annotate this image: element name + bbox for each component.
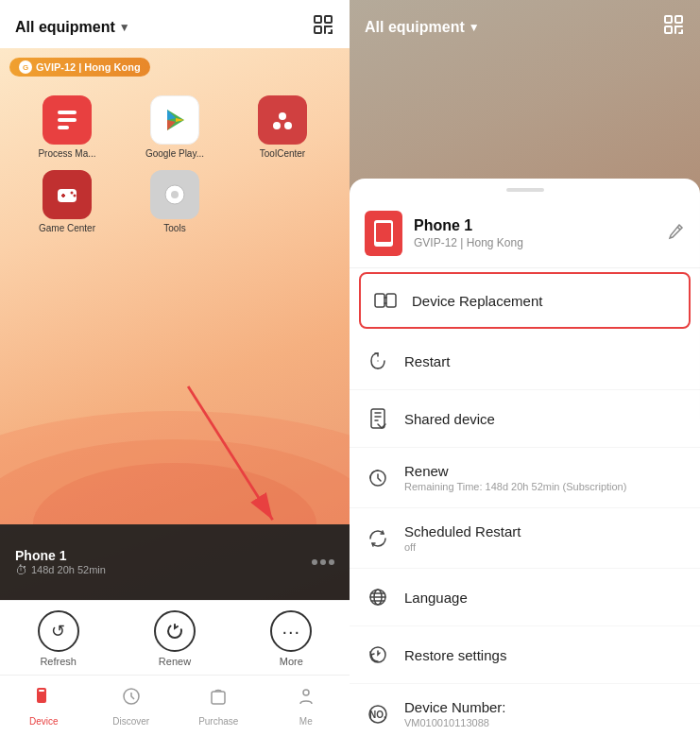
tools-icon	[150, 170, 199, 219]
right-panel: All equipment ▼	[350, 0, 700, 736]
right-scan-icon[interactable]	[662, 13, 685, 41]
refresh-icon: ↺	[38, 610, 79, 652]
app-label: Tools	[163, 223, 185, 233]
menu-item-scheduled-restart[interactable]: Scheduled Restart off	[350, 508, 700, 569]
device-number-sub: VM010010113088	[404, 717, 685, 728]
phone-time: ⏱ 148d 20h 52min	[15, 563, 106, 577]
discover-nav-icon	[120, 685, 143, 713]
menu-item-restart[interactable]: Restart	[350, 333, 700, 390]
nav-device[interactable]: Device	[0, 685, 88, 727]
svg-point-16	[284, 122, 292, 129]
app-item[interactable]: Process Ma...	[19, 95, 115, 159]
right-header-title[interactable]: All equipment ▼	[365, 19, 480, 36]
action-bar: ↺ Refresh Renew ··· More	[0, 600, 350, 675]
menu-item-renew[interactable]: Renew Remaining Time: 148d 20h 52min (Su…	[350, 448, 700, 508]
svg-rect-37	[665, 26, 672, 33]
svg-rect-36	[675, 16, 682, 23]
me-nav-label: Me	[299, 716, 313, 727]
menu-item-restore-settings[interactable]: Restore settings	[350, 626, 700, 684]
svg-rect-43	[376, 223, 391, 242]
restore-settings-label: Restore settings	[404, 647, 685, 663]
renew-content: Renew Remaining Time: 148d 20h 52min (Su…	[404, 463, 685, 492]
language-label: Language	[404, 590, 685, 606]
menu-item-language[interactable]: Language	[350, 569, 700, 626]
device-nav-label: Device	[29, 716, 59, 727]
renew-icon	[154, 610, 196, 652]
edit-icon[interactable]	[666, 222, 685, 246]
svg-rect-46	[386, 294, 396, 307]
device-name: Phone 1	[414, 217, 655, 234]
phone-dots	[312, 559, 334, 565]
more-icon: ···	[270, 610, 312, 652]
svg-point-47	[377, 360, 379, 362]
renew-action[interactable]: Renew	[154, 610, 196, 667]
discover-nav-label: Discover	[112, 716, 149, 727]
nav-purchase[interactable]: Purchase	[175, 685, 263, 727]
scheduled-restart-sub: off	[404, 541, 685, 553]
right-header: All equipment ▼	[350, 0, 700, 48]
restart-label: Restart	[404, 353, 685, 369]
refresh-label: Refresh	[40, 656, 77, 667]
menu-item-shared-device[interactable]: Shared device	[350, 390, 700, 448]
app-label: Process Ma...	[38, 148, 95, 159]
svg-point-15	[273, 122, 281, 129]
app-item[interactable]: Tools	[127, 170, 223, 233]
app-item[interactable]: Game Center	[19, 170, 115, 233]
svg-rect-9	[58, 126, 69, 129]
phone-screen: G GVIP-12 | Hong Kong Process Ma...	[0, 48, 350, 600]
left-header: All equipment ▼	[0, 0, 350, 48]
svg-rect-7	[58, 111, 77, 114]
app-item[interactable]: Google Play...	[127, 95, 223, 159]
svg-rect-31	[39, 690, 44, 692]
wave-decoration	[0, 335, 350, 524]
svg-rect-1	[325, 16, 332, 23]
app-item[interactable]: ToolCenter	[234, 95, 331, 159]
shared-device-icon	[365, 405, 391, 432]
restore-settings-content: Restore settings	[404, 647, 685, 663]
svg-point-44	[383, 244, 384, 246]
restart-icon	[365, 348, 391, 374]
chevron-down-icon: ▼	[119, 21, 130, 34]
svg-point-34	[303, 690, 309, 695]
me-nav-icon	[295, 685, 317, 713]
left-header-title[interactable]: All equipment ▼	[15, 19, 130, 36]
scan-icon[interactable]	[312, 13, 334, 41]
device-number-label: Device Number:	[404, 699, 685, 715]
tool-center-icon	[258, 95, 307, 145]
right-all-equipment-label: All equipment	[365, 19, 465, 36]
app-label: ToolCenter	[260, 148, 305, 159]
shared-device-content: Shared device	[404, 411, 685, 427]
gvip-badge: G GVIP-12 | Hong Kong	[9, 58, 150, 77]
device-replacement-content: Device Replacement	[412, 293, 677, 309]
more-label: More	[280, 656, 303, 667]
restart-content: Restart	[404, 353, 685, 369]
device-number-content: Device Number: VM010010113088	[404, 699, 685, 728]
language-icon	[365, 584, 391, 610]
svg-rect-2	[315, 26, 321, 33]
svg-rect-35	[665, 16, 672, 23]
svg-rect-8	[58, 118, 77, 122]
device-number-icon: NO.	[365, 701, 391, 727]
nav-me[interactable]: Me	[263, 685, 350, 727]
more-action[interactable]: ··· More	[270, 610, 312, 667]
right-chevron-icon: ▼	[469, 21, 480, 34]
menu-item-device-number[interactable]: NO. Device Number: VM010010113088	[350, 684, 700, 736]
all-equipment-label: All equipment	[15, 19, 115, 36]
g-icon: G	[19, 60, 32, 74]
shared-device-label: Shared device	[404, 411, 685, 427]
google-play-icon	[150, 95, 199, 145]
left-panel: All equipment ▼ G GVIP-12 | Hong Kong	[0, 0, 350, 736]
device-location: GVIP-12 | Hong Kong	[414, 236, 655, 249]
menu-item-device-replacement[interactable]: Device Replacement	[359, 272, 691, 329]
svg-point-14	[279, 112, 286, 120]
device-phone-icon	[365, 211, 402, 256]
phone-bottom-bar: Phone 1 ⏱ 148d 20h 52min	[0, 524, 350, 600]
svg-rect-33	[212, 692, 225, 704]
refresh-action[interactable]: ↺ Refresh	[38, 610, 79, 667]
nav-discover[interactable]: Discover	[88, 685, 176, 727]
scheduled-restart-label: Scheduled Restart	[404, 523, 685, 539]
restore-settings-icon	[365, 642, 391, 668]
process-manager-icon	[43, 95, 92, 145]
game-center-icon	[43, 170, 92, 219]
app-grid: Process Ma... Google Play...	[9, 86, 340, 243]
